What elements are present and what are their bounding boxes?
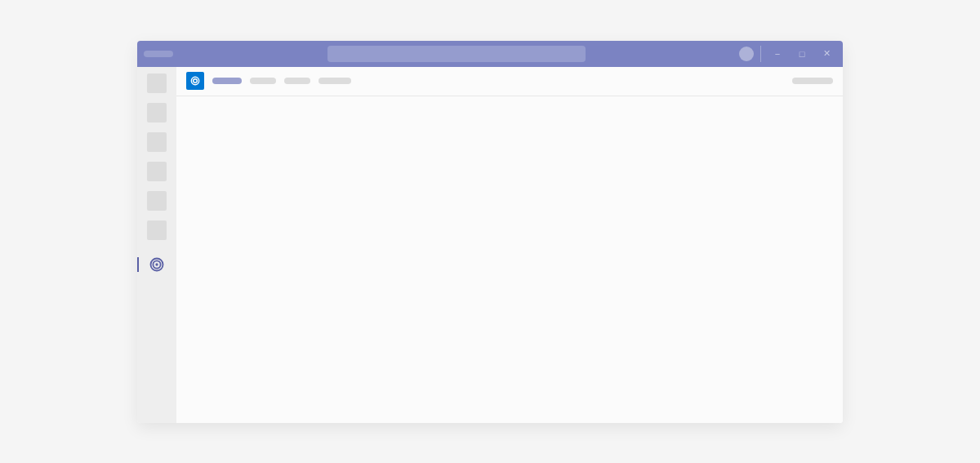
svg-point-3 <box>191 77 198 84</box>
maximize-button[interactable]: □ <box>792 44 812 64</box>
svg-point-2 <box>155 263 158 265</box>
swirl-icon <box>149 256 165 273</box>
minimize-button[interactable]: − <box>768 44 787 64</box>
titlebar: − □ ✕ <box>137 41 843 67</box>
app-rail <box>137 67 176 423</box>
search-input[interactable] <box>327 46 586 62</box>
app-window: − □ ✕ <box>137 41 843 423</box>
rail-item-3[interactable] <box>147 132 167 152</box>
main-area <box>176 67 843 423</box>
tabbar <box>176 67 843 96</box>
tab-4[interactable] <box>318 78 351 84</box>
svg-point-4 <box>194 79 198 83</box>
window-body <box>137 67 843 423</box>
rail-item-6[interactable] <box>147 220 167 240</box>
rail-active-app[interactable] <box>147 255 167 274</box>
content-area <box>176 96 843 423</box>
app-tab-icon[interactable] <box>186 72 204 90</box>
titlebar-title-placeholder <box>144 51 173 57</box>
titlebar-right: − □ ✕ <box>739 44 836 64</box>
titlebar-divider <box>760 46 761 62</box>
titlebar-center <box>180 46 733 62</box>
rail-item-2[interactable] <box>147 103 167 122</box>
rail-item-5[interactable] <box>147 191 167 211</box>
tab-1-active[interactable] <box>212 78 242 84</box>
tab-2[interactable] <box>250 78 276 84</box>
rail-active-indicator <box>137 257 139 272</box>
swirl-icon <box>189 75 201 87</box>
rail-item-1[interactable] <box>147 73 167 93</box>
rail-item-4[interactable] <box>147 162 167 181</box>
user-avatar[interactable] <box>739 47 754 61</box>
close-button[interactable]: ✕ <box>817 44 836 64</box>
tabbar-right-action[interactable] <box>792 78 833 84</box>
tab-3[interactable] <box>284 78 310 84</box>
